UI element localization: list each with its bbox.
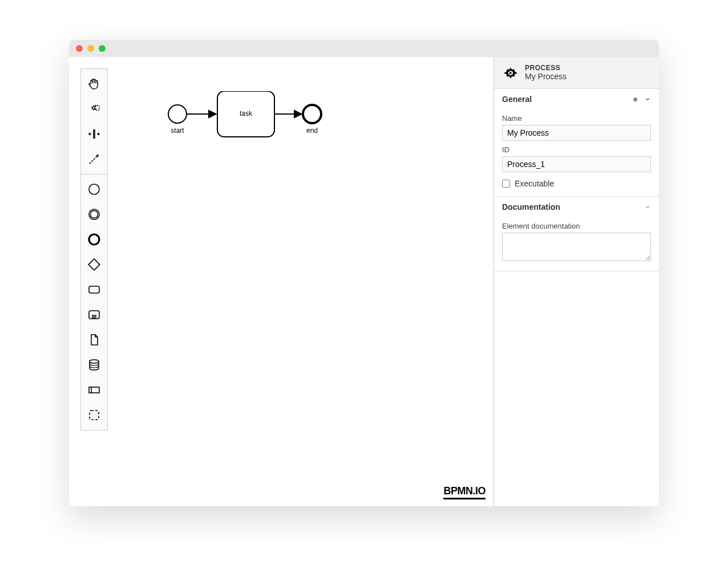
documentation-section: Documentation Element documentation [494,197,659,271]
close-window-button[interactable] [76,45,83,52]
group-tool[interactable] [81,403,107,428]
maximize-window-button[interactable] [99,45,106,52]
intermediate-event-tool[interactable] [81,202,107,227]
connect-icon [87,152,101,166]
svg-rect-8 [89,286,99,293]
documentation-section-body: Element documentation [494,222,659,271]
name-input[interactable] [502,125,651,141]
documentation-field-label: Element documentation [502,222,651,230]
id-field-label: ID [502,145,651,154]
space-tool[interactable] [81,121,107,147]
data-store-tool[interactable] [81,352,107,377]
watermark: BPMN.IO [443,485,486,499]
documentation-textarea[interactable] [502,233,651,261]
intermediate-event-icon [87,208,101,221]
element-type-label: PROCESS [525,64,567,72]
hand-icon [87,77,101,91]
chevron-down-icon [644,204,651,210]
start-event-label: start [169,127,185,135]
end-event[interactable] [303,105,321,123]
canvas[interactable]: start task end BPMN.IO [69,57,494,506]
gateway-icon [87,258,101,271]
connect-tool[interactable] [81,147,107,172]
svg-point-3 [89,184,99,194]
svg-point-13 [90,360,99,363]
svg-rect-16 [90,411,99,420]
element-name-label: My Process [525,72,567,82]
app-window: start task end BPMN.IO PROCESS My Proces… [69,40,659,506]
general-section-body: Name ID Executable [494,114,659,196]
general-section: General Name ID Executable [494,89,659,197]
diagram: start task end [166,91,366,177]
start-event-tool[interactable] [81,177,107,202]
process-icon [502,64,519,82]
svg-rect-7 [88,259,100,270]
svg-rect-14 [89,387,99,393]
subprocess-icon [87,308,101,322]
end-event-label: end [304,127,320,135]
task-tool[interactable] [81,277,107,302]
palette-separator [81,174,107,174]
general-section-header[interactable]: General [494,89,659,109]
documentation-section-title: Documentation [502,202,560,212]
minimize-window-button[interactable] [87,45,94,52]
space-tool-icon [87,127,101,141]
properties-panel: PROCESS My Process General Name ID [494,57,659,506]
lasso-tool[interactable] [81,96,107,121]
content-area: start task end BPMN.IO PROCESS My Proces… [69,57,659,506]
data-store-icon [87,358,101,372]
data-object-icon [87,333,101,347]
name-field-label: Name [502,114,651,123]
section-modified-indicator [633,97,637,101]
properties-header: PROCESS My Process [494,57,659,89]
gateway-tool[interactable] [81,252,107,277]
start-event-icon [87,182,101,196]
task-label: task [217,109,274,117]
chevron-down-icon [644,96,651,103]
start-event[interactable] [168,105,187,123]
data-object-tool[interactable] [81,327,107,352]
executable-row[interactable]: Executable [502,179,651,188]
participant-icon [87,383,101,397]
participant-tool[interactable] [81,377,107,403]
subprocess-tool[interactable] [81,302,107,327]
task-icon [87,283,101,296]
group-icon [87,408,101,422]
documentation-section-header[interactable]: Documentation [494,197,659,217]
end-event-icon [87,233,101,246]
executable-label: Executable [515,179,554,188]
lasso-icon [87,102,101,116]
diagram-svg [166,91,366,177]
tool-palette [80,68,108,430]
end-event-tool[interactable] [81,227,107,252]
titlebar [69,40,659,57]
executable-checkbox[interactable] [502,180,510,188]
general-section-title: General [502,95,532,104]
svg-point-5 [91,211,98,218]
id-input[interactable] [502,156,651,172]
hand-tool[interactable] [81,71,107,96]
svg-point-6 [89,234,99,245]
